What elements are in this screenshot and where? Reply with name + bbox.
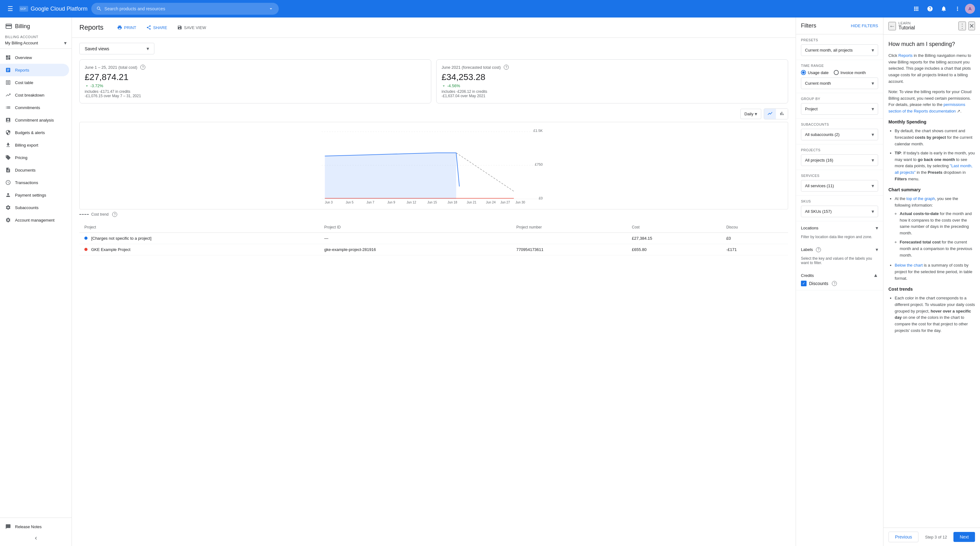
sidebar-item-billing-export[interactable]: Billing export xyxy=(0,139,69,151)
tutorial-top-graph-link[interactable]: top of the graph xyxy=(907,196,935,201)
checkbox-check-icon: ✓ xyxy=(802,281,805,286)
tutorial-para2: Note: To view the billing reports for yo… xyxy=(888,89,975,115)
usage-date-radio[interactable] xyxy=(801,70,806,75)
discounts-checkbox-item[interactable]: ✓ Discounts ? xyxy=(801,281,878,286)
cost-trend-help[interactable]: ? xyxy=(112,212,117,217)
cost-breakdown-label: Cost breakdown xyxy=(15,93,45,97)
pricing-label: Pricing xyxy=(15,155,27,160)
col-project: Project xyxy=(80,222,320,233)
sidebar-item-account-management[interactable]: Account management xyxy=(0,214,69,226)
hide-filters-button[interactable]: HIDE FILTERS xyxy=(851,24,878,28)
sidebar-item-overview[interactable]: Overview xyxy=(0,51,69,64)
sidebar-item-cost-breakdown[interactable]: Cost breakdown xyxy=(0,89,69,101)
svg-text:£750: £750 xyxy=(535,162,542,166)
filter-skus-chevron: ▾ xyxy=(872,209,874,214)
monthly-spending-bullet2: TIP: If today's date is early in the mon… xyxy=(895,150,975,183)
discounts-checkbox[interactable]: ✓ xyxy=(801,281,807,286)
subaccounts-icon xyxy=(5,204,11,211)
avatar[interactable]: A xyxy=(965,4,975,14)
tutorial-previous-button[interactable]: Previous xyxy=(888,532,918,542)
sidebar-item-release-notes[interactable]: Release Notes xyxy=(0,521,69,533)
svg-marker-9 xyxy=(325,153,456,199)
cost-card-forecast-help[interactable]: ? xyxy=(504,65,509,70)
tutorial-heading: How much am I spending? xyxy=(888,40,975,49)
filter-locations-header[interactable]: Locations ▾ xyxy=(796,221,883,235)
chart-period-select[interactable]: Daily ▾ xyxy=(740,109,761,119)
sidebar-item-commitments[interactable]: Commitments xyxy=(0,101,69,114)
sidebar-item-cost-table[interactable]: Cost table xyxy=(0,76,69,89)
filter-subaccounts-label: Subaccounts xyxy=(801,123,878,126)
apps-icon-btn[interactable] xyxy=(910,3,923,15)
filter-presets-value: Current month, all projects xyxy=(805,48,853,53)
filter-time-range-value: Current month xyxy=(805,81,831,86)
row1-cost: £27,384.15 xyxy=(627,233,721,244)
filter-skus-select[interactable]: All SKUs (157) ▾ xyxy=(801,205,878,217)
filter-labels-header[interactable]: Labels ? ▾ xyxy=(796,243,883,256)
documents-icon xyxy=(5,167,11,173)
search-bar[interactable]: Search products and resources xyxy=(91,3,279,15)
invoice-month-radio[interactable] xyxy=(834,70,839,75)
account-management-icon xyxy=(5,217,11,223)
page-title: Reports xyxy=(80,24,103,32)
tutorial-below-chart-link[interactable]: Below the chart xyxy=(895,263,923,267)
filter-labels-help[interactable]: ? xyxy=(816,247,821,252)
filter-credits-header[interactable]: Credits ▲ xyxy=(801,272,878,278)
filter-group-by-section: Group by Project ▾ xyxy=(796,93,883,119)
sidebar: Billing Billing account My Billing Accou… xyxy=(0,18,72,546)
search-expand-icon[interactable] xyxy=(268,6,274,11)
invoice-month-option[interactable]: Invoice month xyxy=(834,70,866,75)
filter-services-value: All services (11) xyxy=(805,183,834,188)
print-label: PRINT xyxy=(124,25,136,30)
filter-presets-select[interactable]: Current month, all projects ▾ xyxy=(801,45,878,56)
notifications-icon-btn[interactable] xyxy=(937,3,950,15)
subaccounts-label: Subaccounts xyxy=(15,205,38,210)
filter-projects-select[interactable]: All projects (16) ▾ xyxy=(801,154,878,166)
save-view-button[interactable]: SAVE VIEW xyxy=(173,22,210,32)
sidebar-footer: Release Notes xyxy=(0,517,72,546)
chart-type-buttons xyxy=(764,108,788,119)
chart-summary-list: At the top of the graph, you see the fol… xyxy=(888,196,975,282)
logo: GCP Google Cloud Platform xyxy=(19,4,88,13)
discounts-help[interactable]: ? xyxy=(832,281,837,286)
cost-card-current-help[interactable]: ? xyxy=(140,65,145,70)
hamburger-menu[interactable]: ☰ xyxy=(5,3,16,15)
reports-icon xyxy=(5,67,11,73)
sidebar-item-payment-settings[interactable]: Payment settings xyxy=(0,189,69,201)
tutorial-back-button[interactable]: ← xyxy=(888,22,896,30)
sidebar-item-subaccounts[interactable]: Subaccounts xyxy=(0,201,69,214)
invoice-month-label: Invoice month xyxy=(841,70,866,75)
more-options-icon-btn[interactable] xyxy=(951,3,964,15)
collapse-sidebar-btn[interactable] xyxy=(0,533,72,543)
tutorial-next-button[interactable]: Next xyxy=(953,532,975,542)
billing-account-select[interactable]: My Billing Account ▾ xyxy=(5,40,67,46)
bar-chart-btn[interactable] xyxy=(776,109,788,119)
filter-time-range-label: Time range xyxy=(801,64,878,67)
tutorial-permissions-link[interactable]: permissions section of the Reports docum… xyxy=(888,102,965,113)
filter-services-select[interactable]: All services (11) ▾ xyxy=(801,180,878,192)
help-icon-btn[interactable] xyxy=(924,3,936,15)
down-arrow-icon xyxy=(85,84,89,88)
svg-line-8 xyxy=(456,153,514,191)
line-chart-btn[interactable] xyxy=(764,109,776,119)
svg-text:Jun 3: Jun 3 xyxy=(325,201,333,204)
billing-export-icon xyxy=(5,142,11,148)
monthly-spending-bullet1: By default, the chart shows current and … xyxy=(895,128,975,147)
filter-projects-section: Projects All projects (16) ▾ xyxy=(796,144,883,170)
filter-subaccounts-select[interactable]: All subaccounts (2) ▾ xyxy=(801,129,878,140)
tutorial-reports-link[interactable]: Reports xyxy=(899,53,913,58)
saved-views-dropdown[interactable]: Saved views ▾ xyxy=(80,43,154,54)
sidebar-item-commitment-analysis[interactable]: Commitment analysis xyxy=(0,114,69,126)
sidebar-item-transactions[interactable]: Transactions xyxy=(0,176,69,189)
share-button[interactable]: SHARE xyxy=(143,22,171,32)
filter-group-by-select[interactable]: Project ▾ xyxy=(801,103,878,115)
usage-date-option[interactable]: Usage date xyxy=(801,70,829,75)
sidebar-item-reports[interactable]: Reports xyxy=(0,64,69,76)
print-button[interactable]: PRINT xyxy=(113,22,140,32)
sidebar-item-documents[interactable]: Documents xyxy=(0,164,69,176)
sidebar-item-budgets-alerts[interactable]: Budgets & alerts xyxy=(0,126,69,139)
sidebar-item-pricing[interactable]: Pricing xyxy=(0,151,69,164)
filter-time-range-select[interactable]: Current month ▾ xyxy=(801,78,878,89)
tutorial-more-button[interactable]: ⋮ xyxy=(958,22,966,30)
main-content: Reports PRINT SHARE SAVE VIEW S xyxy=(72,18,795,546)
tutorial-close-button[interactable]: ✕ xyxy=(969,22,975,30)
